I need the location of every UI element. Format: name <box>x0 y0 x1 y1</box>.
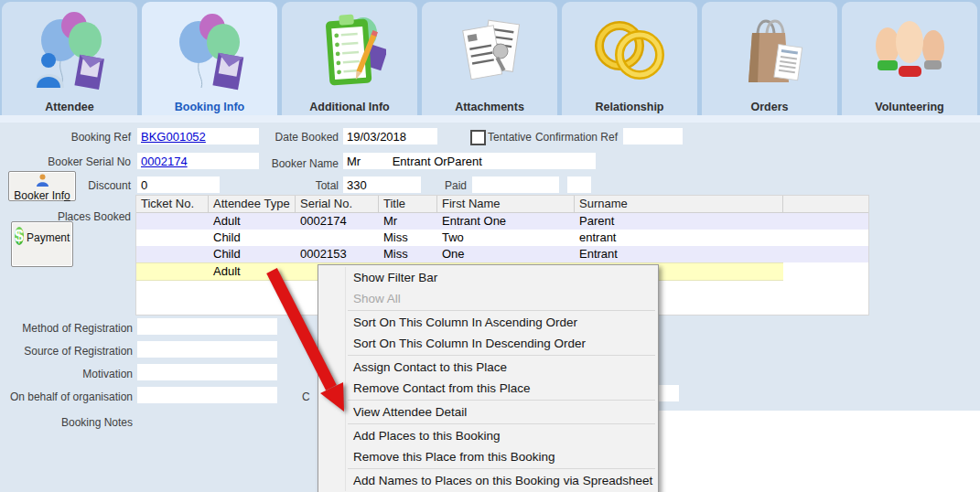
tab-booking-info[interactable]: Booking Info <box>142 2 277 119</box>
tab-label: Volunteering <box>842 101 977 113</box>
menu-item-sort-descending[interactable]: Sort On This Column In Descending Order <box>318 333 658 354</box>
tab-label: Orders <box>702 101 837 113</box>
tab-relationship[interactable]: Relationship <box>562 2 697 119</box>
menu-item-show-filter-bar[interactable]: Show Filter Bar <box>318 267 658 288</box>
method-of-registration-label: Method of Registration <box>0 322 133 335</box>
confirmation-ref-field[interactable] <box>623 128 683 144</box>
column-header[interactable]: First Name <box>437 196 575 212</box>
tab-strip-divider <box>0 115 980 123</box>
table-row[interactable]: Child 0002153 Miss One Entrant <box>136 246 868 262</box>
on-behalf-of-organisation-label: On behalf of organisation <box>0 390 133 403</box>
menu-separator <box>348 355 655 356</box>
paid-extra-box[interactable] <box>567 176 591 193</box>
menu-item-view-attendee-detail[interactable]: View Attendee Detail <box>318 401 658 422</box>
tab-additional-info[interactable]: Additional Info <box>282 2 417 119</box>
tab-attachments[interactable]: Attachments <box>422 2 557 119</box>
clipboard-checklist-icon <box>282 9 417 93</box>
booking-balloons-envelope-icon <box>142 9 277 93</box>
payment-dollar-icon: $ <box>15 227 24 245</box>
grid-header-row[interactable]: Ticket No. Attendee Type Serial No. Titl… <box>136 196 868 213</box>
tab-bar: Attendee Booking Info <box>0 0 980 119</box>
column-header[interactable]: Surname <box>575 196 783 212</box>
person-icon <box>9 174 75 189</box>
shopping-bag-order-icon <box>702 9 837 93</box>
method-of-registration-field[interactable] <box>137 318 277 335</box>
booking-notes-label: Booking Notes <box>0 416 133 429</box>
wedding-rings-icon <box>562 9 697 93</box>
booker-serial-no-label: Booker Serial No <box>0 155 131 168</box>
source-of-registration-field[interactable] <box>137 341 277 358</box>
tab-volunteering[interactable]: Volunteering <box>842 2 977 119</box>
places-booked-label: Places Booked <box>0 210 131 223</box>
table-row[interactable]: Adult 0002174 Mr Entrant One Parent <box>136 213 868 230</box>
booker-title: Mr <box>347 155 389 168</box>
tab-orders[interactable]: Orders <box>702 2 837 119</box>
tab-label: Booking Info <box>142 101 277 113</box>
menu-separator <box>348 310 655 311</box>
booking-ref-label: Booking Ref <box>0 131 131 144</box>
menu-item-show-all[interactable]: Show All <box>318 288 658 309</box>
menu-item-assign-contact[interactable]: Assign Contact to this Place <box>318 357 658 378</box>
total-label: Total <box>220 179 339 192</box>
raised-hands-icon <box>842 9 977 93</box>
date-booked-label: Date Booked <box>220 131 339 144</box>
booker-name-label: Booker Name <box>220 157 339 170</box>
discount-field[interactable]: 0 <box>137 176 220 193</box>
column-header[interactable]: Attendee Type <box>209 196 296 212</box>
menu-item-remove-place[interactable]: Remove this Place from this Booking <box>318 446 658 467</box>
payment-button[interactable]: $ Payment <box>11 221 73 267</box>
tab-label: Relationship <box>562 101 697 113</box>
table-row[interactable]: Child Miss Two entrant <box>136 230 868 246</box>
booker-full-name: Entrant OrParent <box>393 155 482 168</box>
menu-item-add-places[interactable]: Add Places to this Booking <box>318 425 658 446</box>
source-of-registration-label: Source of Registration <box>0 345 133 358</box>
tentative-checkbox[interactable] <box>470 130 486 145</box>
tab-label: Attendee <box>2 101 137 113</box>
menu-item-remove-contact[interactable]: Remove Contact from this Place <box>318 378 658 399</box>
grid-context-menu: Show Filter Bar Show All Sort On This Co… <box>318 264 659 492</box>
tab-label: Attachments <box>422 101 557 113</box>
menu-separator <box>348 468 655 469</box>
clipped-label: C <box>302 390 310 403</box>
date-booked-field[interactable]: 19/03/2018 <box>343 128 437 144</box>
tab-label: Additional Info <box>282 101 417 113</box>
motivation-label: Motivation <box>0 368 133 380</box>
column-header[interactable]: Serial No. <box>296 196 379 212</box>
menu-separator <box>348 400 655 401</box>
menu-item-sort-ascending[interactable]: Sort On This Column In Ascending Order <box>318 312 658 333</box>
on-behalf-of-organisation-field[interactable] <box>137 387 277 403</box>
paid-label: Paid <box>393 179 467 192</box>
paid-field[interactable] <box>472 176 559 193</box>
motivation-field[interactable] <box>137 364 277 380</box>
booking-window: Attendee Booking Info <box>0 0 980 492</box>
tab-attendee[interactable]: Attendee <box>2 2 137 119</box>
booker-info-button[interactable]: Booker Info <box>8 171 76 201</box>
menu-separator <box>348 423 655 424</box>
confirmation-ref-label: Confirmation Ref <box>499 131 618 144</box>
menu-item-add-names-via-spreadsheet[interactable]: Add Names to Places on this Booking via … <box>318 470 658 491</box>
attendee-balloons-person-icon <box>2 9 137 93</box>
booker-name-field[interactable]: Mr Entrant OrParent <box>343 153 596 169</box>
column-header[interactable]: Title <box>379 196 437 212</box>
column-header[interactable]: Ticket No. <box>136 196 209 212</box>
documents-pin-icon <box>422 9 557 93</box>
